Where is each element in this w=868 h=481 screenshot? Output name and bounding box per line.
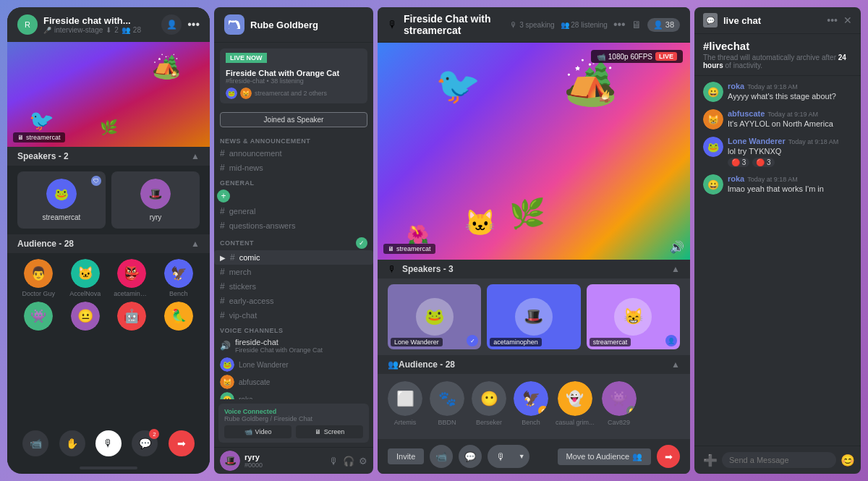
username: roka <box>728 82 744 90</box>
chat-icon: 💬 <box>703 13 718 27</box>
leave-button[interactable]: ➡ <box>169 430 195 456</box>
channel-mid-news[interactable]: # mid-news <box>214 161 373 175</box>
more-button[interactable]: ••• <box>613 18 626 31</box>
close-button[interactable]: ✕ <box>843 14 852 26</box>
video-container: 🐦 🏕️ 🐱 🌿 🌺 📹 1080p 60FPS LIVE 🖥 streamer… <box>378 43 690 260</box>
chat-messages: 😀 roka Today at 9:18 AM Ayyyy what's thi… <box>694 76 861 446</box>
microphone-icon[interactable]: 🎙 <box>329 456 339 467</box>
speaker-label: streamercat <box>590 338 631 346</box>
chat-message: 🐸 Lone Wanderer Today at 9:18 AM lol try… <box>703 137 852 167</box>
speaker-card-streamercat: 🛡 🐸 streamercat <box>17 171 106 229</box>
emoji-button[interactable]: 😊 <box>841 454 855 467</box>
avatar: 😀 <box>703 82 723 102</box>
avatar: 🐸 <box>703 137 723 157</box>
more-options-button[interactable]: ••• <box>827 14 838 26</box>
avatar: 🐸 <box>416 298 454 336</box>
invite-button[interactable]: Invite <box>388 448 424 464</box>
chevron-up-icon[interactable]: ▲ <box>191 151 200 161</box>
channel-general[interactable]: # general <box>214 204 373 218</box>
mute-button[interactable]: 🎙 <box>95 430 122 456</box>
list-item: 👾 <box>17 302 60 333</box>
channel-comic[interactable]: ▶ # comic <box>214 250 373 265</box>
speaker-card-acetaminophen: 🎩 acetaminophen <box>487 284 580 349</box>
verified-icon: ✓ <box>467 335 478 346</box>
leave-button[interactable]: ➡ <box>657 445 680 468</box>
mobile-add-user-button[interactable]: 👤 <box>161 14 182 35</box>
headphone-icon[interactable]: 🎧 <box>343 456 354 467</box>
screen-button[interactable]: 🖥 Screen <box>296 425 363 438</box>
chevron-right-icon: ▶ <box>220 254 226 262</box>
shield-icon: 🛡 <box>91 176 101 186</box>
people-icon: 👥 <box>632 452 642 461</box>
list-item: 😀 roka <box>220 391 367 399</box>
add-channel-button[interactable]: + <box>217 190 230 203</box>
timestamp: Today at 9:18 AM <box>747 83 798 90</box>
screen-icon: 🖥 <box>315 428 321 435</box>
category-news: News & Announcement <box>214 133 373 146</box>
livechat-title: live chat <box>723 15 821 26</box>
microphone-small-icon: 🎙 <box>388 264 396 274</box>
avatar: 🎩 <box>220 451 240 471</box>
list-item: 👻 casual grim... <box>556 381 595 426</box>
chat-button[interactable]: 💬 <box>459 445 482 468</box>
reaction[interactable]: 🔴 3 <box>728 158 749 167</box>
avatar: 😸 <box>703 109 723 129</box>
video-controls-overlay: 🔊 <box>670 240 684 254</box>
hashtag-icon: # <box>220 281 225 291</box>
join-speaker-button[interactable]: Joined as Speaker <box>220 112 367 127</box>
video-button[interactable]: 📹 <box>430 445 453 468</box>
move-to-audience-button[interactable]: Move to Audience 👥 <box>558 448 651 465</box>
chat-message: 😸 abfuscate Today at 9:19 AM It's AYYLOL… <box>703 109 852 129</box>
main-speakers-header: 🎙 Speakers - 3 ▲ <box>378 260 690 278</box>
live-event-card[interactable]: LIVE NOW Fireside Chat with Orange Cat #… <box>220 48 367 103</box>
voice-connected-bar: Voice Connected Rube Goldberg / Fireside… <box>218 404 369 443</box>
live-badge: LIVE NOW <box>226 53 267 63</box>
username: Lone Wanderer <box>728 137 786 145</box>
main-header: 🎙 Fireside Chat with streamercat 🎙 3 spe… <box>378 7 690 43</box>
microphone-button[interactable]: 🎙 <box>488 445 514 468</box>
list-item: 🐱 AccelNova <box>64 259 107 297</box>
mobile-speakers-header: Speakers - 2 ▲ <box>7 147 210 166</box>
list-item: 👾 🔔 Cav829 <box>602 381 637 426</box>
voice-channel-header[interactable]: 🔊 fireside-chat Fireside Chat with Orang… <box>214 336 373 356</box>
category-voice: Voice Channels <box>214 323 373 336</box>
monitor-icon[interactable]: 🖥 <box>631 19 642 30</box>
live-event-title: Fireside Chat with Orange Cat <box>226 69 362 77</box>
settings-icon[interactable]: ⚙ <box>359 456 367 467</box>
video-toggle-button[interactable]: 📹 <box>22 430 48 456</box>
reaction[interactable]: 🔴 3 <box>752 158 774 167</box>
message-text: lmao yeah that works I'm in <box>728 184 852 193</box>
voice-participants: 🐸 Lone Wanderer 😸 abfuscate 😀 roka 👥 38 … <box>214 356 373 399</box>
raise-hand-button[interactable]: ✋ <box>59 430 85 456</box>
speaker-name-ryry: ryry <box>150 213 162 221</box>
add-button[interactable]: ➕ <box>703 454 718 467</box>
chevron-up-icon[interactable]: ▲ <box>671 264 680 274</box>
channel-stickers[interactable]: # stickers <box>214 279 373 294</box>
speaker-label: Lone Wanderer <box>391 338 443 346</box>
video-button[interactable]: 📹 Video <box>224 425 292 438</box>
chat-input[interactable] <box>722 452 836 468</box>
user-name: ryry <box>244 453 325 461</box>
speaker-icon: 👤 <box>665 335 677 346</box>
list-item: 🤖 <box>111 302 153 333</box>
chevron-up-icon[interactable]: ▲ <box>671 359 680 370</box>
mobile-subtitle: 🎤 interview-stage ⬇2 👥28 <box>43 26 156 34</box>
channel-vip-chat[interactable]: # vip-chat <box>214 308 373 323</box>
speaker-wave-icon: 🔊 <box>220 341 231 351</box>
timestamp: Today at 9:18 AM <box>788 138 839 145</box>
mobile-more-button[interactable]: ••• <box>187 18 200 31</box>
hashtag-icon: # <box>220 296 225 306</box>
hashtag-icon: # <box>230 252 235 263</box>
speaker-card-streamercat: 😸 streamercat 👤 <box>587 284 680 349</box>
channel-early-access[interactable]: # early-access <box>214 294 373 308</box>
volume-icon[interactable]: 🔊 <box>670 240 684 254</box>
username: roka <box>728 174 744 183</box>
message-reactions: 🔴 3 🔴 3 <box>728 158 852 167</box>
channel-announcement[interactable]: # announcement <box>214 146 373 161</box>
chevron-down-icon[interactable]: ▲ <box>191 239 200 249</box>
channel-merch[interactable]: # merch <box>214 265 373 279</box>
mic-dropdown-button[interactable]: ▼ <box>514 445 529 468</box>
video-icon: 📹 <box>244 428 252 435</box>
channel-questions[interactable]: # questions-answers <box>214 218 373 233</box>
people-icon: 👥 <box>388 359 399 370</box>
